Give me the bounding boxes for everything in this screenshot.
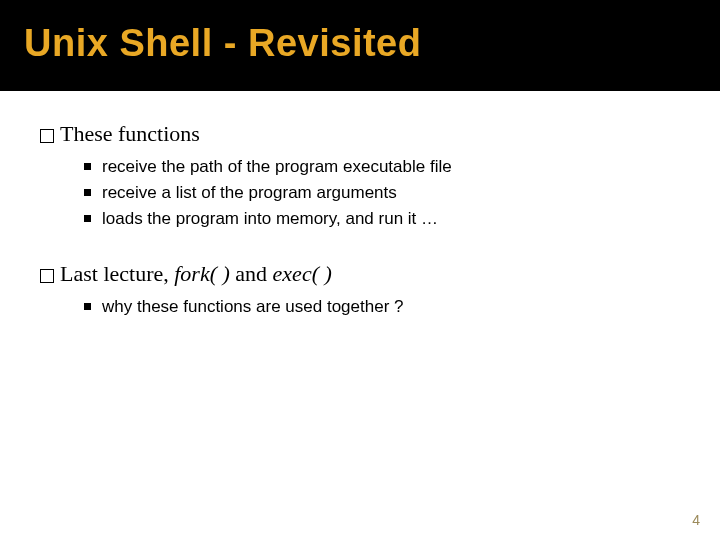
bullet-last-lecture: Last lecture, fork( ) and exec( ) xyxy=(40,259,680,290)
section2-sublist: why these functions are used together ? xyxy=(40,294,680,320)
list-item: receive a list of the program arguments xyxy=(84,180,680,206)
exec-label: exec( ) xyxy=(273,261,332,286)
section2-prefix: Last lecture, xyxy=(60,261,174,286)
page-number: 4 xyxy=(692,512,700,528)
bullet-these-functions: These functions xyxy=(40,119,680,150)
list-item: why these functions are used together ? xyxy=(84,294,680,320)
list-item: receive the path of the program executab… xyxy=(84,154,680,180)
title-band: Unix Shell - Revisited xyxy=(0,0,720,91)
and-text: and xyxy=(230,261,273,286)
section1-sublist: receive the path of the program executab… xyxy=(40,154,680,233)
checkbox-icon xyxy=(40,129,54,143)
slide-content: These functions receive the path of the … xyxy=(0,91,720,320)
checkbox-icon xyxy=(40,269,54,283)
fork-label: fork( ) xyxy=(174,261,230,286)
section2-heading: Last lecture, fork( ) and exec( ) xyxy=(60,259,332,290)
slide-title: Unix Shell - Revisited xyxy=(24,22,720,65)
section1-heading: These functions xyxy=(60,119,200,150)
list-item: loads the program into memory, and run i… xyxy=(84,206,680,232)
